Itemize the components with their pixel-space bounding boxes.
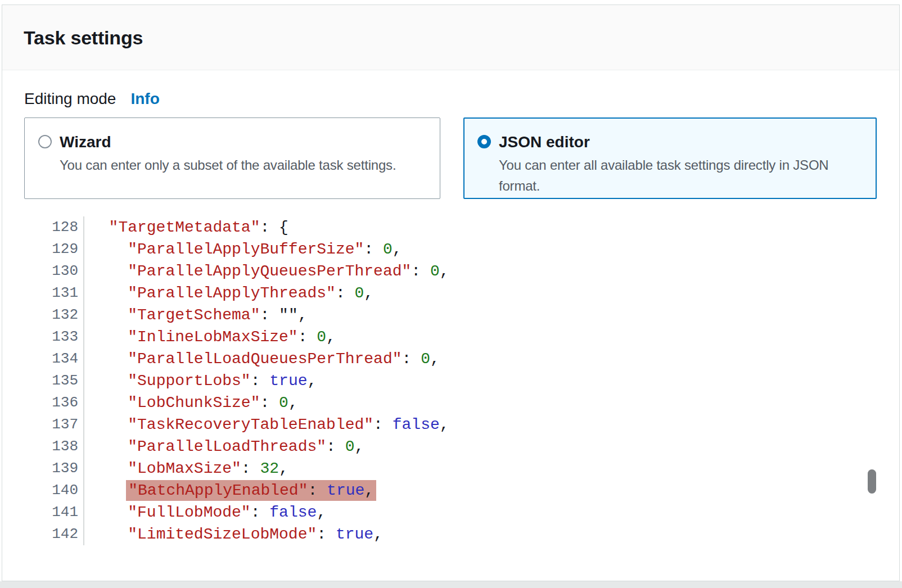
page: Task settings Editing mode Info Wizard Y… [0, 0, 902, 588]
code-line[interactable]: 140 "BatchApplyEnabled": true, [24, 480, 878, 501]
line-number: 128 [24, 216, 84, 238]
code-line[interactable]: 128 "TargetMetadata": { [24, 216, 878, 238]
tile-json-editor-label: JSON editor [499, 132, 865, 152]
line-number: 140 [24, 480, 84, 501]
json-editor-radio-button[interactable] [477, 135, 491, 148]
info-link[interactable]: Info [130, 89, 159, 109]
json-code-editor[interactable]: 128 "TargetMetadata": {129 "ParallelAppl… [24, 216, 878, 545]
code-line[interactable]: 141 "FullLobMode": false, [24, 501, 878, 523]
tile-json-editor[interactable]: JSON editor You can enter all available … [463, 117, 877, 199]
line-number: 142 [24, 523, 84, 545]
code-line[interactable]: 133 "InlineLobMaxSize": 0, [24, 326, 878, 348]
code-line[interactable]: 129 "ParallelApplyBufferSize": 0, [24, 238, 878, 260]
tile-json-editor-text: JSON editor You can enter all available … [499, 132, 865, 198]
tile-wizard-label: Wizard [60, 132, 396, 152]
line-number: 134 [24, 348, 84, 370]
line-number: 129 [24, 238, 84, 260]
editing-mode-label: Editing mode [24, 89, 116, 109]
editing-mode-row: Editing mode Info [24, 89, 878, 109]
tile-wizard-description: You can enter only a subset of the avail… [60, 155, 396, 175]
task-settings-panel: Task settings Editing mode Info Wizard Y… [2, 4, 900, 581]
tile-json-editor-description: You can enter all available task setting… [499, 155, 865, 196]
panel-header: Task settings [2, 5, 899, 70]
line-number: 136 [24, 392, 84, 414]
line-number: 138 [24, 436, 84, 458]
code-line[interactable]: 139 "LobMaxSize": 32, [24, 458, 878, 480]
scrollbar-thumb[interactable] [868, 469, 876, 494]
code-line[interactable]: 132 "TargetSchema": "", [24, 304, 878, 326]
line-number: 141 [24, 501, 84, 523]
code-lines: 128 "TargetMetadata": {129 "ParallelAppl… [24, 216, 878, 545]
line-number: 133 [24, 326, 84, 348]
line-number: 139 [24, 458, 84, 480]
code-line[interactable]: 142 "LimitedSizeLobMode": true, [24, 523, 878, 545]
code-line[interactable]: 134 "ParallelLoadQueuesPerThread": 0, [24, 348, 878, 370]
code-line[interactable]: 136 "LobChunkSize": 0, [24, 392, 878, 414]
page-background-strip [0, 581, 902, 588]
code-line[interactable]: 131 "ParallelApplyThreads": 0, [24, 282, 878, 304]
wizard-radio-button[interactable] [38, 135, 52, 148]
code-line[interactable]: 138 "ParallelLoadThreads": 0, [24, 436, 878, 458]
line-number: 130 [24, 260, 84, 282]
tile-wizard-text: Wizard You can enter only a subset of th… [60, 132, 396, 198]
line-number: 131 [24, 282, 84, 304]
page-title: Task settings [24, 25, 878, 51]
tile-wizard[interactable]: Wizard You can enter only a subset of th… [24, 117, 440, 199]
code-line[interactable]: 135 "SupportLobs": true, [24, 370, 878, 392]
editing-mode-tiles: Wizard You can enter only a subset of th… [24, 117, 878, 199]
highlighted-code: "BatchApplyEnabled": true, [126, 480, 376, 501]
code-line[interactable]: 130 "ParallelApplyQueuesPerThread": 0, [24, 260, 878, 282]
line-number: 137 [24, 414, 84, 436]
code-line[interactable]: 137 "TaskRecoveryTableEnabled": false, [24, 414, 878, 436]
panel-body: Editing mode Info Wizard You can enter o… [2, 89, 899, 545]
line-number: 135 [24, 370, 84, 392]
line-number: 132 [24, 304, 84, 326]
